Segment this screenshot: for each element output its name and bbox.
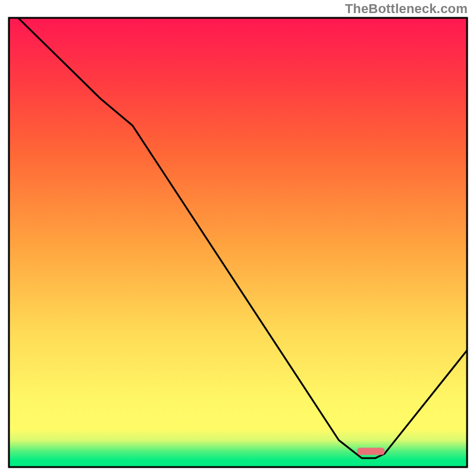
chart-svg — [0, 0, 476, 476]
chart-container: TheBottleneck.com — [0, 0, 476, 476]
gradient-background — [9, 18, 467, 467]
plot-area — [9, 18, 467, 467]
optimal-range-marker — [357, 448, 384, 455]
